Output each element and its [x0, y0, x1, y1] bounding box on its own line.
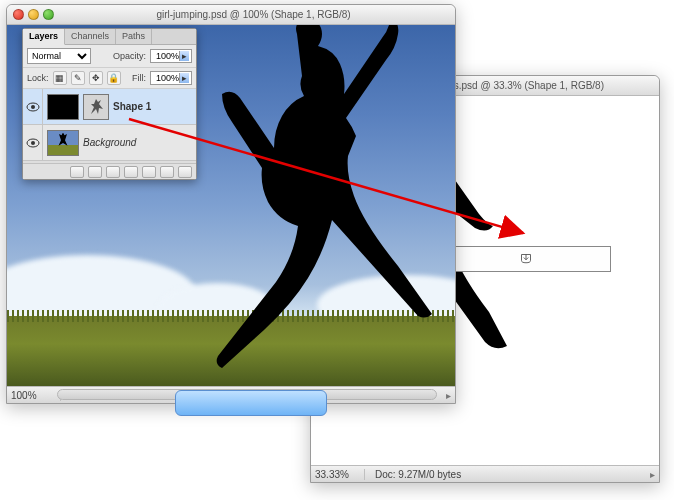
opacity-label: Opacity:	[113, 51, 146, 61]
delete-layer-icon[interactable]	[178, 166, 192, 178]
layer-name[interactable]: Shape 1	[113, 101, 151, 112]
panel-footer	[23, 163, 196, 179]
lock-all-icon[interactable]: 🔒	[107, 71, 121, 85]
doc-info: Doc: 9.27M/0 bytes	[375, 469, 635, 480]
lock-transparency-icon[interactable]: ▦	[53, 71, 67, 85]
statusbar-menu-icon[interactable]: ▸	[441, 390, 451, 401]
status-bar: 33.33% Doc: 9.27M/0 bytes ▸	[311, 465, 659, 482]
layer-thumbnail-fill[interactable]	[47, 94, 79, 120]
link-layers-icon[interactable]	[70, 166, 84, 178]
drop-target-hint	[441, 246, 611, 272]
panel-tabs: Layers Channels Paths	[23, 29, 196, 45]
blend-opacity-row: Normal Opacity: ▸	[23, 45, 196, 68]
layer-vector-mask[interactable]	[83, 94, 109, 120]
fill-label: Fill:	[132, 73, 146, 83]
titlebar[interactable]: girl-jumping.psd @ 100% (Shape 1, RGB/8)	[7, 5, 455, 25]
lock-image-icon[interactable]: ✎	[71, 71, 85, 85]
layer-thumbnail[interactable]	[47, 130, 79, 156]
svg-point-1	[31, 105, 35, 109]
eye-icon	[26, 138, 40, 148]
chevron-right-icon[interactable]: ▸	[179, 51, 189, 61]
minimize-icon[interactable]	[28, 9, 39, 20]
lock-label: Lock:	[27, 73, 49, 83]
tab-layers[interactable]: Layers	[23, 29, 65, 45]
blend-mode-select[interactable]: Normal	[27, 48, 91, 64]
statusbar-menu-icon[interactable]: ▸	[645, 469, 655, 480]
opacity-field[interactable]: ▸	[150, 49, 192, 63]
layer-row-shape1[interactable]: Shape 1	[23, 89, 196, 125]
zoom-level[interactable]: 100%	[11, 390, 61, 401]
lock-fill-row: Lock: ▦ ✎ ✥ 🔒 Fill: ▸	[23, 68, 196, 89]
layer-list: Shape 1 Background	[23, 89, 196, 163]
visibility-toggle[interactable]	[23, 125, 43, 160]
zoom-icon[interactable]	[43, 9, 54, 20]
tab-paths[interactable]: Paths	[116, 29, 152, 44]
close-icon[interactable]	[13, 9, 24, 20]
layer-style-icon[interactable]	[88, 166, 102, 178]
window-title: girl-jumping.psd @ 100% (Shape 1, RGB/8)	[58, 9, 449, 20]
fill-input[interactable]	[153, 73, 179, 83]
tab-channels[interactable]: Channels	[65, 29, 116, 44]
zoom-level[interactable]: 33.33%	[315, 469, 365, 480]
layer-mask-icon[interactable]	[106, 166, 120, 178]
layer-name[interactable]: Background	[83, 137, 136, 148]
layer-row-background[interactable]: Background	[23, 125, 196, 161]
visibility-toggle[interactable]	[23, 89, 43, 124]
fill-field[interactable]: ▸	[150, 71, 192, 85]
new-layer-icon[interactable]	[160, 166, 174, 178]
eye-icon	[26, 102, 40, 112]
horizontal-scrollbar[interactable]	[57, 389, 437, 400]
adjustment-layer-icon[interactable]	[124, 166, 138, 178]
svg-point-3	[31, 141, 35, 145]
layers-panel[interactable]: Layers Channels Paths Normal Opacity: ▸ …	[22, 28, 197, 180]
opacity-input[interactable]	[153, 51, 179, 61]
scrollbar-thumb[interactable]	[175, 390, 326, 416]
lock-position-icon[interactable]: ✥	[89, 71, 103, 85]
chevron-right-icon[interactable]: ▸	[179, 73, 189, 83]
group-icon[interactable]	[142, 166, 156, 178]
